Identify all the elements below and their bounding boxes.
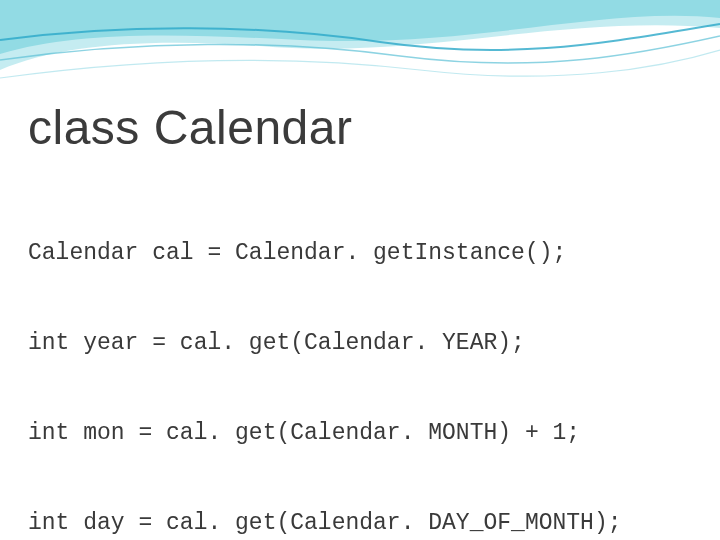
slide: class Calendar Calendar cal = Calendar. …	[0, 0, 720, 540]
code-block: Calendar cal = Calendar. getInstance(); …	[28, 178, 692, 540]
code-line: int day = cal. get(Calendar. DAY_OF_MONT…	[28, 508, 692, 538]
slide-title: class Calendar	[28, 100, 352, 155]
code-line: int year = cal. get(Calendar. YEAR);	[28, 328, 692, 358]
wave-decoration	[0, 0, 720, 110]
code-line: Calendar cal = Calendar. getInstance();	[28, 238, 692, 268]
code-line: int mon = cal. get(Calendar. MONTH) + 1;	[28, 418, 692, 448]
